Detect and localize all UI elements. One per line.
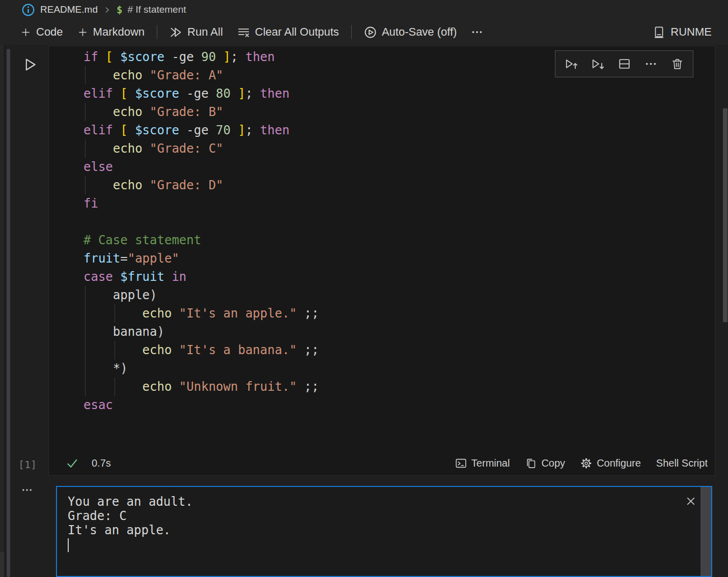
- auto-save-toggle[interactable]: Auto-Save (off): [357, 19, 464, 45]
- cell-output-terminal[interactable]: You are an adult.Grade: CIt's an apple.: [56, 486, 712, 577]
- window-scrollbar-thumb[interactable]: [723, 108, 727, 322]
- add-markdown-cell-button[interactable]: Markdown: [70, 19, 152, 45]
- execute-below-button[interactable]: [589, 55, 606, 73]
- execution-duration: 0.7s: [92, 457, 111, 469]
- success-check-icon: [66, 457, 78, 470]
- indent-guide: [85, 304, 86, 323]
- output-line: You are an adult.: [68, 495, 193, 509]
- topbar: README.md $ # If statement Code: [0, 0, 728, 45]
- plus-icon: [77, 27, 88, 38]
- code-line: [83, 432, 715, 451]
- copy-icon: [525, 457, 537, 469]
- output-scrollbar-thumb[interactable]: [701, 487, 711, 576]
- execute-above-button[interactable]: [563, 55, 580, 73]
- add-code-label: Code: [36, 25, 63, 39]
- terminal-cursor: [68, 538, 69, 552]
- code-lines: if [ $score -ge 90 ]; then echo "Grade: …: [83, 48, 715, 451]
- code-line: echo "Grade: D": [83, 176, 715, 194]
- indent-guide: [115, 341, 115, 359]
- code-line: else: [83, 158, 715, 176]
- code-line: apple): [83, 286, 715, 304]
- code-line: echo "Grade: B": [83, 103, 715, 121]
- indent-guide: [85, 286, 86, 304]
- breadcrumb-section[interactable]: # If statement: [127, 4, 186, 15]
- code-line: elif [ $score -ge 70 ]; then: [83, 121, 715, 139]
- run-all-label: Run All: [187, 25, 223, 39]
- indent-guide: [85, 378, 86, 396]
- clear-all-outputs-icon: [237, 26, 250, 39]
- run-all-icon: [170, 26, 182, 39]
- output-line: It's an apple.: [68, 523, 193, 537]
- runme-logo-icon: [653, 26, 665, 39]
- cell-more-actions-button[interactable]: [642, 55, 659, 73]
- indent-guide: [85, 176, 86, 194]
- indent-guide: [85, 66, 86, 84]
- gear-icon: [580, 457, 592, 469]
- clear-all-outputs-label: Clear All Outputs: [255, 25, 339, 39]
- run-cell-button[interactable]: [21, 56, 39, 73]
- code-line: echo "It's an apple." ;;: [83, 304, 715, 323]
- plus-icon: [20, 27, 31, 38]
- code-line: *): [83, 359, 715, 378]
- indent-guide: [115, 304, 115, 323]
- auto-save-icon: [364, 26, 377, 39]
- notebook-toolbar: Code Markdown Run All: [0, 19, 728, 45]
- configure-button[interactable]: Configure: [580, 457, 641, 469]
- output-line: Grade: C: [68, 509, 193, 523]
- toolbar-divider: [351, 25, 352, 39]
- indent-guide: [85, 323, 86, 341]
- delete-cell-button[interactable]: [668, 55, 686, 73]
- ellipsis-icon: [471, 26, 483, 38]
- code-line: echo "Grade: C": [83, 139, 715, 158]
- language-picker[interactable]: Shell Script: [656, 457, 708, 469]
- copy-button[interactable]: Copy: [525, 457, 565, 469]
- indent-guide: [85, 341, 86, 359]
- code-line: [83, 213, 715, 231]
- clear-all-outputs-button[interactable]: Clear All Outputs: [230, 19, 346, 45]
- close-output-button[interactable]: [685, 495, 697, 507]
- code-line: # Case statement: [83, 231, 715, 249]
- cell-focus-indicator: [7, 49, 10, 577]
- output-lines: You are an adult.Grade: CIt's an apple.: [68, 495, 193, 537]
- language-label: Shell Script: [656, 457, 708, 469]
- chevron-right-icon: [103, 6, 111, 14]
- indent-guide: [85, 139, 86, 158]
- code-cell: if [ $score -ge 90 ]; then echo "Grade: …: [48, 46, 715, 476]
- code-line: elif [ $score -ge 80 ]; then: [83, 84, 715, 103]
- info-icon: [21, 3, 35, 17]
- breadcrumb-file[interactable]: README.md: [40, 4, 98, 15]
- split-cell-button[interactable]: [615, 55, 633, 73]
- runme-label: RUNME: [670, 25, 712, 39]
- left-edge-strip: [0, 45, 4, 577]
- run-all-button[interactable]: Run All: [162, 19, 230, 45]
- cell-editor[interactable]: if [ $score -ge 90 ]; then echo "Grade: …: [49, 46, 715, 451]
- auto-save-label: Auto-Save (off): [382, 25, 457, 39]
- indent-guide: [115, 378, 115, 396]
- code-line: [83, 414, 715, 432]
- toolbar-divider: [157, 25, 157, 39]
- configure-label: Configure: [597, 457, 641, 469]
- breadcrumb: README.md $ # If statement: [0, 0, 728, 19]
- left-edge-corner: [0, 552, 4, 577]
- notebook-body: if [ $score -ge 90 ]; then echo "Grade: …: [0, 45, 728, 577]
- code-line: esac: [83, 396, 715, 414]
- runme-button[interactable]: RUNME: [646, 19, 719, 45]
- copy-label: Copy: [541, 457, 565, 469]
- cell-toolbar: [555, 50, 693, 77]
- indent-guide: [85, 103, 86, 121]
- cell-status-bar: 0.7s Terminal: [49, 451, 715, 475]
- add-code-cell-button[interactable]: Code: [13, 19, 70, 45]
- indent-guide: [85, 359, 86, 378]
- code-line: echo "It's a banana." ;;: [83, 341, 715, 359]
- code-line: banana): [83, 323, 715, 341]
- add-markdown-label: Markdown: [93, 25, 145, 39]
- breadcrumb-symbol: $: [117, 4, 122, 15]
- terminal-button[interactable]: Terminal: [455, 457, 510, 469]
- code-line: fi: [83, 194, 715, 213]
- execution-count: [1]: [18, 458, 37, 471]
- output-menu-button[interactable]: [18, 484, 36, 496]
- code-line: fruit="apple": [83, 249, 715, 268]
- terminal-label: Terminal: [471, 457, 510, 469]
- toolbar-more-button[interactable]: [464, 19, 490, 45]
- code-line: echo "Unknown fruit." ;;: [83, 378, 715, 396]
